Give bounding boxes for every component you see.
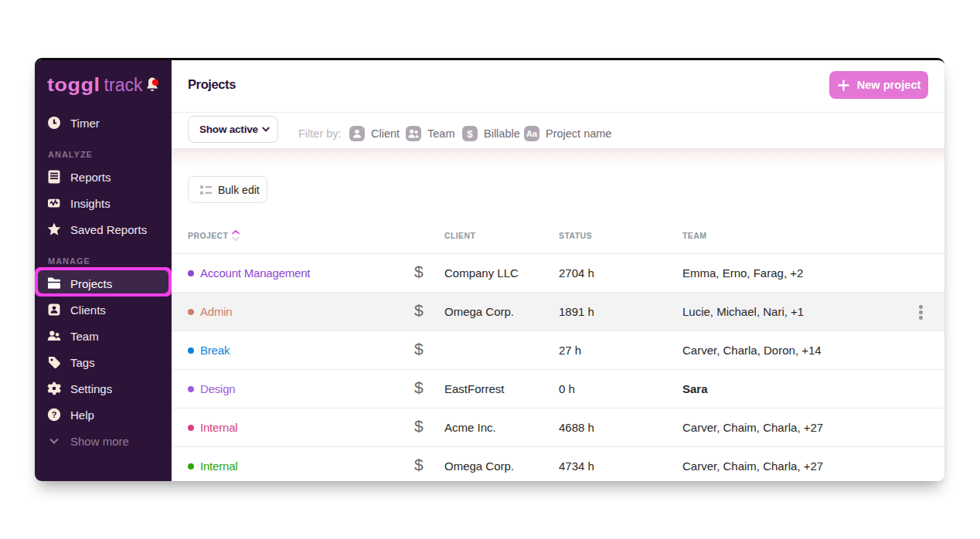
svg-text:Aa: Aa bbox=[526, 128, 538, 137]
svg-text:$: $ bbox=[467, 127, 473, 139]
svg-text:?: ? bbox=[52, 410, 57, 419]
